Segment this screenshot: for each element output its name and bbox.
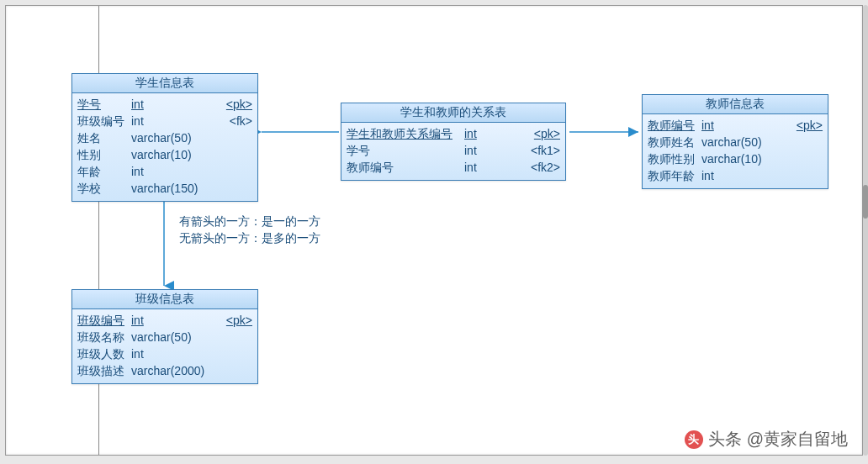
field-type: varchar(10): [701, 150, 823, 167]
field-type: int: [131, 113, 230, 129]
field-name: 班级描述: [77, 362, 131, 379]
field-type: int: [131, 96, 226, 113]
field-type: varchar(10): [131, 146, 252, 163]
field-type: int: [464, 142, 531, 159]
entity-title: 班级信息表: [72, 290, 257, 309]
field-row: 教师年龄int: [648, 167, 823, 184]
entity-body-student: 学号int<pk>班级编号int<fk>姓名varchar(50)性别varch…: [72, 93, 257, 201]
field-row: 性别varchar(10): [77, 146, 252, 163]
field-type: int: [131, 163, 252, 180]
field-key: <fk>: [230, 113, 252, 129]
field-row: 学生和教师关系编号int<pk>: [347, 125, 560, 142]
field-row: 教师姓名varchar(50): [648, 134, 823, 150]
field-key: <pk>: [797, 117, 823, 134]
note-line1: 有箭头的一方：是一的一方: [179, 213, 320, 229]
entity-student[interactable]: 学生信息表 学号int<pk>班级编号int<fk>姓名varchar(50)性…: [71, 73, 258, 202]
entity-body-class: 班级编号int<pk>班级名称varchar(50)班级人数int班级描述var…: [72, 309, 257, 383]
entity-body-relation: 学生和教师关系编号int<pk>学号int<fk1>教师编号int<fk2>: [341, 123, 565, 180]
annotation-note: 有箭头的一方：是一的一方 无箭头的一方：是多的一方: [179, 213, 320, 246]
watermark-prefix: 头条: [708, 428, 742, 451]
field-row: 班级编号int<fk>: [77, 113, 252, 129]
field-name: 教师年龄: [648, 167, 701, 184]
entity-teacher[interactable]: 教师信息表 教师编号int<pk>教师姓名varchar(50)教师性别varc…: [642, 94, 828, 189]
field-name: 性别: [77, 146, 131, 163]
entity-class[interactable]: 班级信息表 班级编号int<pk>班级名称varchar(50)班级人数int班…: [71, 289, 258, 384]
entity-title: 教师信息表: [643, 95, 828, 114]
field-type: varchar(50): [701, 134, 823, 150]
field-name: 教师编号: [648, 117, 701, 134]
field-row: 姓名varchar(50): [77, 129, 252, 146]
entity-title: 学生和教师的关系表: [341, 103, 565, 123]
field-row: 教师编号int<fk2>: [347, 159, 560, 176]
watermark: 头 头条 @黄家自留地: [685, 428, 848, 451]
field-row: 班级名称varchar(50): [77, 329, 252, 345]
field-name: 姓名: [77, 129, 131, 146]
field-name: 班级人数: [77, 345, 131, 362]
field-type: int: [701, 167, 823, 184]
field-row: 教师编号int<pk>: [648, 117, 823, 134]
field-key: <pk>: [226, 312, 252, 329]
field-name: 学号: [77, 96, 131, 113]
field-type: int: [131, 345, 252, 362]
field-name: 教师编号: [347, 159, 464, 176]
field-name: 班级编号: [77, 312, 131, 329]
field-row: 年龄int: [77, 163, 252, 180]
diagram-canvas[interactable]: 学生信息表 学号int<pk>班级编号int<fk>姓名varchar(50)性…: [5, 5, 863, 456]
field-type: varchar(50): [131, 329, 252, 345]
watermark-text: @黄家自留地: [747, 428, 848, 451]
field-type: int: [464, 159, 531, 176]
watermark-icon: 头: [685, 430, 703, 449]
field-row: 学校varchar(150): [77, 180, 252, 197]
field-name: 学校: [77, 180, 131, 197]
field-key: <pk>: [534, 125, 560, 142]
field-name: 年龄: [77, 163, 131, 180]
entity-relation[interactable]: 学生和教师的关系表 学生和教师关系编号int<pk>学号int<fk1>教师编号…: [341, 103, 566, 181]
field-type: int: [131, 312, 226, 329]
field-key: <fk2>: [531, 159, 560, 176]
field-key: <fk1>: [531, 142, 560, 159]
field-key: <pk>: [226, 96, 252, 113]
entity-title: 学生信息表: [72, 74, 257, 93]
field-row: 学号int<fk1>: [347, 142, 560, 159]
scrollbar-thumb[interactable]: [863, 185, 868, 219]
field-name: 学生和教师关系编号: [347, 125, 464, 142]
field-type: int: [701, 117, 797, 134]
field-name: 班级名称: [77, 329, 131, 345]
vertical-scrollbar[interactable]: [863, 5, 868, 456]
note-line2: 无箭头的一方：是多的一方: [179, 229, 320, 246]
field-row: 学号int<pk>: [77, 96, 252, 113]
field-type: varchar(2000): [131, 362, 252, 379]
field-type: int: [464, 125, 534, 142]
field-row: 班级人数int: [77, 345, 252, 362]
entity-body-teacher: 教师编号int<pk>教师姓名varchar(50)教师性别varchar(10…: [643, 114, 828, 188]
field-name: 教师性别: [648, 150, 701, 167]
field-name: 学号: [347, 142, 464, 159]
field-name: 班级编号: [77, 113, 131, 129]
field-type: varchar(50): [131, 129, 252, 146]
field-row: 教师性别varchar(10): [648, 150, 823, 167]
field-type: varchar(150): [131, 180, 252, 197]
field-row: 班级描述varchar(2000): [77, 362, 252, 379]
field-row: 班级编号int<pk>: [77, 312, 252, 329]
field-name: 教师姓名: [648, 134, 701, 150]
